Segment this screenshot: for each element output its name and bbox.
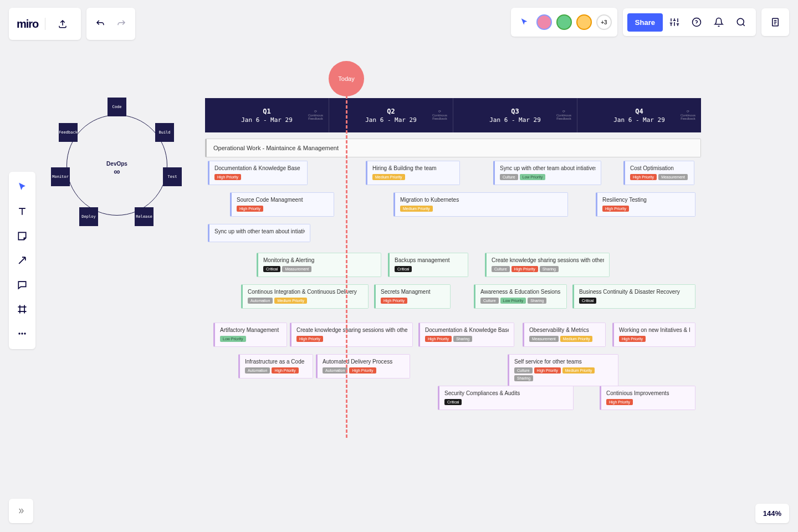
devops-node[interactable]: Test <box>163 167 182 186</box>
tag: Low Priority <box>500 298 526 304</box>
sticky-tool-icon[interactable] <box>10 224 34 248</box>
roadmap-card[interactable]: Cost OptimisationHigh PriorityMeasuremen… <box>623 161 694 185</box>
zoom-level[interactable]: 144% <box>755 504 789 523</box>
tag: Culture <box>492 266 510 272</box>
card-title: Automated Delivery Process <box>323 359 405 365</box>
roadmap-card[interactable]: Source Code ManagmeentHigh Priority <box>230 192 334 217</box>
tag: High Priority <box>606 399 633 405</box>
comment-tool-icon[interactable] <box>10 273 34 297</box>
feedback-badge: ⟳ContinousFeedback <box>556 110 571 121</box>
roadmap-card[interactable]: Resiliency TestingHigh Priority <box>596 192 695 217</box>
tag: High Priority <box>349 367 376 374</box>
quarter[interactable]: Q4Jan 6 - Mar 29⟳ContinousFeedback <box>577 98 701 132</box>
roadmap-card[interactable]: Sync up with other team about intiatives <box>208 224 310 242</box>
export-icon[interactable] <box>52 13 73 34</box>
devops-node[interactable]: Code <box>108 98 126 116</box>
tag: Medium Priority <box>562 367 595 374</box>
avatar-more[interactable]: +3 <box>596 14 612 30</box>
roadmap-card[interactable]: Hiring & Building the teamMedium Priorit… <box>366 161 460 185</box>
quarter-title: Q3 <box>511 108 519 115</box>
roadmap-card[interactable]: Secrets ManagmentHigh Priority <box>374 284 451 309</box>
bell-icon[interactable] <box>708 12 729 33</box>
frame-tool-icon[interactable] <box>10 297 34 321</box>
tag: High Priority <box>272 367 298 374</box>
search-icon[interactable] <box>730 12 751 33</box>
quarter-header: Q1Jan 6 - Mar 29⟳ContinousFeedbackQ2Jan … <box>205 98 701 132</box>
notes-panel <box>761 8 789 36</box>
devops-node[interactable]: Release <box>135 207 154 226</box>
devops-diagram[interactable]: DevOps∞ Code Build Test Release Deploy M… <box>48 101 186 239</box>
miro-logo[interactable]: miro <box>17 18 38 30</box>
tag: Critical <box>444 399 462 405</box>
tag: Sharing <box>540 266 559 272</box>
card-title: Awareness & Education Sesions <box>480 289 561 295</box>
roadmap-card[interactable]: Working on new Initatives & IdeasHigh Pr… <box>612 323 695 347</box>
roadmap-card[interactable]: Monitoring & AlertingCriticalMeasurement <box>257 253 381 277</box>
quarter[interactable]: Q1Jan 6 - Mar 29⟳ContinousFeedback <box>205 98 329 132</box>
select-tool-icon[interactable] <box>10 175 34 200</box>
tag: Critical <box>263 266 280 272</box>
roadmap-card[interactable]: Migration to KubernetesMedium Priority <box>393 192 568 217</box>
roadmap-card[interactable]: Sync up with other team about intiatives… <box>493 161 601 185</box>
tag: Automation <box>245 367 270 374</box>
roadmap-card[interactable]: Continious ImprovementsHigh Priority <box>600 386 695 410</box>
roadmap-card[interactable]: Automated Delivery ProcessAutomationHigh… <box>316 354 410 378</box>
undo-icon[interactable] <box>90 13 111 34</box>
devops-node[interactable]: Deploy <box>79 207 98 226</box>
card-title: Documentation & Knowledge Base <box>214 165 302 171</box>
roadmap-card[interactable]: Awareness & Education SesionsCultureLow … <box>474 284 567 309</box>
settings-icon[interactable] <box>664 12 685 33</box>
card-title: Backups management <box>395 257 463 263</box>
text-tool-icon[interactable] <box>10 200 34 224</box>
roadmap-card[interactable]: Security Compliances & AuditsCritical <box>438 386 574 410</box>
feedback-badge: ⟳ContinousFeedback <box>681 110 695 121</box>
roadmap-card[interactable]: Obeservability & MetricsMeasurementMediu… <box>523 323 606 347</box>
tag: Medium Priority <box>400 206 433 212</box>
roadmap-card[interactable]: Backups managementCritical <box>388 253 468 277</box>
roadmap-card[interactable]: Create knowledge sharing sessions with o… <box>485 253 610 277</box>
tag: High Priority <box>602 206 629 212</box>
op-work-card[interactable]: Operational Work - Maintaince & Manageme… <box>205 139 701 157</box>
avatar[interactable] <box>536 14 552 30</box>
swimlane-blue: Documentation & Knowledge BaseHigh Prior… <box>205 161 701 245</box>
tag: High Priority <box>214 174 241 180</box>
arrow-tool-icon[interactable] <box>10 248 34 273</box>
quarter[interactable]: Q3Jan 6 - Mar 29⟳ContinousFeedback <box>453 98 577 132</box>
roadmap-card[interactable]: Create knowledge sharing sessions with o… <box>290 323 413 347</box>
tag: High Priority <box>296 336 323 342</box>
avatar[interactable] <box>556 14 572 30</box>
quarter-title: Q4 <box>635 108 643 115</box>
more-tools-icon[interactable] <box>10 321 34 346</box>
devops-node[interactable]: Feedback <box>59 123 78 142</box>
roadmap-card[interactable]: Self service for other teamsCultureHigh … <box>508 354 618 386</box>
svg-point-1 <box>737 18 744 25</box>
tag: High Priority <box>425 336 452 342</box>
help-icon[interactable] <box>686 12 707 33</box>
roadmap[interactable]: Q1Jan 6 - Mar 29⟳ContinousFeedbackQ2Jan … <box>205 98 701 417</box>
cursor-icon[interactable] <box>516 12 532 33</box>
card-title: Infrastructure as a Code <box>245 359 308 365</box>
devops-node[interactable]: Monitor <box>51 167 70 186</box>
share-button[interactable]: Share <box>627 13 663 32</box>
tag: Critical <box>395 266 412 272</box>
today-marker[interactable]: Today <box>329 61 364 96</box>
redo-icon[interactable] <box>111 13 132 34</box>
quarter-dates: Jan 6 - Mar 29 <box>613 116 665 124</box>
roadmap-card[interactable]: Continous Integration & Continuous Deliv… <box>241 284 369 309</box>
notes-icon[interactable] <box>765 12 786 33</box>
quarter[interactable]: Q2Jan 6 - Mar 29⟳ContinousFeedback <box>329 98 453 132</box>
avatar[interactable] <box>576 14 592 30</box>
card-title: Sync up with other team about intiatives <box>500 165 596 171</box>
roadmap-card[interactable]: Infrastructure as a CodeAutomationHigh P… <box>238 354 313 378</box>
card-title: Monitoring & Alerting <box>263 257 376 263</box>
roadmap-card[interactable]: Documentation & Knowledge BaseHigh Prior… <box>208 161 308 185</box>
roadmap-card[interactable]: Business Continuity & Disaster RecoveryC… <box>572 284 695 309</box>
expand-icon[interactable] <box>9 499 33 523</box>
card-title: Security Compliances & Audits <box>444 390 568 396</box>
devops-node[interactable]: Build <box>155 123 174 142</box>
tag: Automation <box>323 367 347 374</box>
roadmap-card[interactable]: Artifactory ManagementLow Priority <box>213 323 287 347</box>
card-title: Artifactory Management <box>220 327 282 333</box>
tag: High Priority <box>237 206 263 212</box>
roadmap-card[interactable]: Documentation & Knowledge BaseHigh Prior… <box>418 323 514 347</box>
